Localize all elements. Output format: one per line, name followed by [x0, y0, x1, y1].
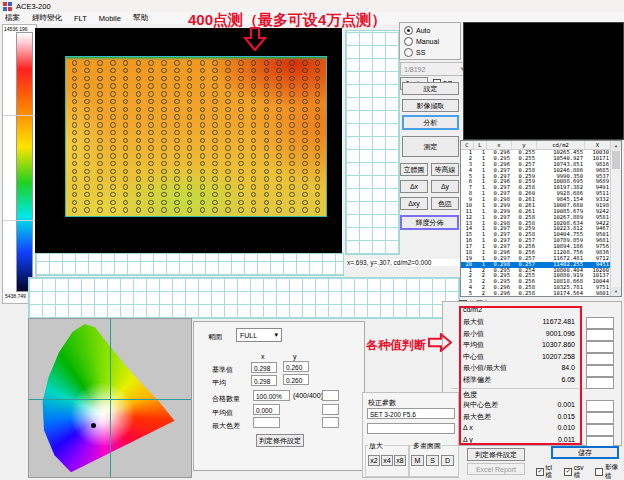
measure-point-icon	[212, 161, 218, 167]
capture-button[interactable]: 影像擷取	[402, 99, 459, 112]
measure-point-icon	[225, 153, 231, 159]
menu-flt[interactable]: FLT	[74, 14, 87, 23]
delta-xy-button[interactable]: Δxy	[400, 197, 428, 210]
radio-manual-icon[interactable]	[404, 37, 413, 46]
measure-point-icon	[187, 122, 193, 128]
measure-point-icon	[225, 130, 231, 136]
measure-point-icon	[174, 200, 180, 206]
contour-button[interactable]: 等高線	[431, 163, 459, 176]
zoom-x4-button[interactable]: x4	[381, 455, 393, 466]
measure-point-icon	[97, 91, 103, 97]
analyze-button[interactable]: 分析	[402, 115, 459, 130]
measure-point-icon	[97, 169, 103, 175]
exposure-mode-group: Auto Manual SS	[399, 22, 461, 60]
stat-row: 最小值9001.096	[463, 328, 575, 340]
average2-field[interactable]: 0.000	[253, 404, 280, 415]
measure-point-icon	[315, 169, 321, 175]
cie-chromaticity-panel[interactable]	[28, 318, 192, 478]
measure-point-icon	[200, 192, 206, 198]
judge-indicator-box	[586, 317, 614, 329]
stereo-3d-button[interactable]: 立體圖	[400, 163, 428, 176]
measure-point-icon	[200, 145, 206, 151]
menu-help[interactable]: 幫助	[133, 13, 148, 23]
average-x-field[interactable]: 0.298	[251, 375, 277, 386]
measure-point-icon	[315, 153, 321, 159]
multi-d-button[interactable]: D	[441, 455, 454, 466]
image-checkbox[interactable]: 影像檔	[595, 463, 624, 480]
measure-point-icon	[174, 91, 180, 97]
measure-point-icon	[289, 68, 295, 74]
cie-crosshair-vertical	[110, 319, 111, 477]
calibration-set-field[interactable]: SET 3-200 F5.6	[367, 408, 455, 419]
csv-checkbox[interactable]: csv檔	[564, 464, 589, 480]
measure-point-icon	[225, 122, 231, 128]
pass-percent-field[interactable]: 100.00%	[253, 390, 290, 401]
measure-point-icon	[110, 145, 116, 151]
calibration-extra-field[interactable]	[367, 423, 455, 434]
measure-point-icon	[72, 68, 78, 74]
reference-y-field[interactable]: 0.260	[283, 361, 309, 372]
measure-button[interactable]: 測定	[402, 136, 459, 157]
zoom-x2-button[interactable]: x2	[368, 455, 380, 466]
measure-point-icon	[187, 184, 193, 190]
max-color-diff-field[interactable]	[253, 417, 280, 428]
csv-checkbox-icon[interactable]	[564, 468, 572, 476]
heatmap-viewport[interactable]	[35, 28, 342, 253]
zoom-x8-button[interactable]: x8	[394, 455, 406, 466]
tcl-checkbox[interactable]: tcl檔	[536, 464, 558, 480]
exposure-select[interactable]: 1/8192 ▾	[400, 62, 468, 76]
delta-y-button[interactable]: Δy	[431, 180, 459, 193]
menu-mobile[interactable]: Mobile	[99, 14, 121, 23]
measure-point-icon	[72, 130, 78, 136]
measure-point-icon	[148, 184, 154, 190]
stats-lum-rows: 最大值11672.481最小值9001.096平均值10307.860中心值10…	[463, 316, 575, 385]
radio-ss[interactable]: SS	[404, 47, 460, 58]
measure-point-icon	[225, 207, 231, 213]
luminance-distribution-button[interactable]: 輝度分佈	[400, 215, 459, 230]
table-body[interactable]: 110.2960.25510265.45510030210.2950.25510…	[461, 150, 621, 297]
excel-report-button[interactable]: Excel Report	[467, 463, 525, 475]
cie-measured-point	[91, 423, 96, 428]
measure-point-icon	[225, 145, 231, 151]
judge-condition-button-2[interactable]: 判定條件設定	[467, 448, 525, 461]
measure-point-icon	[136, 99, 142, 105]
scroll-down-icon[interactable]: ▼	[611, 287, 621, 296]
radio-manual[interactable]: Manual	[404, 36, 460, 47]
measure-point-icon	[212, 60, 218, 66]
multi-m-button[interactable]: M	[411, 455, 424, 466]
radio-ss-icon[interactable]	[404, 48, 413, 57]
measure-point-icon	[148, 161, 154, 167]
reference-x-field[interactable]: 0.298	[251, 362, 277, 373]
menu-timelapse[interactable]: 經時變化	[32, 13, 62, 23]
scroll-up-icon[interactable]: ▲	[611, 141, 621, 150]
measure-point-icon	[123, 83, 129, 89]
range-select[interactable]: FULL ▾	[236, 328, 282, 342]
measurement-table[interactable]: C L x y cd/m2 X 110.2960.25510265.455100…	[460, 140, 622, 297]
measure-point-icon	[289, 99, 295, 105]
color-area-button[interactable]: 色區	[431, 197, 459, 210]
measure-point-icon	[136, 122, 142, 128]
measure-point-icon	[174, 153, 180, 159]
measure-point-icon	[302, 176, 308, 182]
save-button[interactable]: 儲存	[551, 446, 619, 459]
measure-point-icon	[251, 107, 257, 113]
radio-auto-icon[interactable]	[404, 26, 413, 35]
settings-button[interactable]: 設定	[402, 82, 459, 95]
judge-condition-button[interactable]: 判定條件設定	[256, 434, 304, 447]
measure-point-icon	[264, 91, 270, 97]
heatmap-image[interactable]	[65, 56, 327, 217]
radio-auto[interactable]: Auto	[404, 25, 460, 36]
multi-s-button[interactable]: S	[426, 455, 439, 466]
menu-file[interactable]: 檔案	[5, 13, 20, 23]
measure-point-icon	[161, 153, 167, 159]
measure-point-icon	[97, 176, 103, 182]
table-row[interactable]: 520.2960.25810174.5649801	[461, 291, 621, 297]
average-y-field[interactable]: 0.260	[283, 374, 309, 385]
measure-point-icon	[110, 76, 116, 82]
tcl-checkbox-icon[interactable]	[536, 468, 544, 476]
image-checkbox-icon[interactable]	[595, 468, 603, 476]
table-scrollbar[interactable]: ▲ ▼	[610, 141, 621, 296]
measure-point-icon	[97, 207, 103, 213]
delta-x-button[interactable]: Δx	[400, 180, 428, 193]
scroll-thumb[interactable]	[612, 151, 620, 169]
